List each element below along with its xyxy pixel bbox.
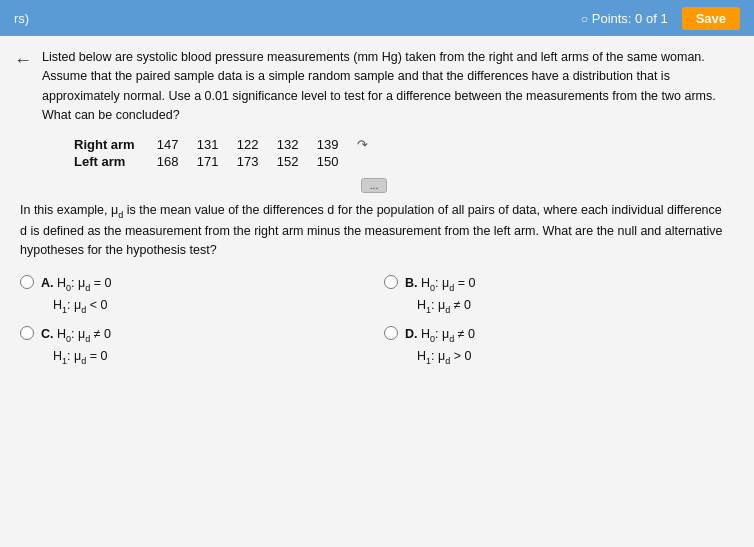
table-row-right: Right arm 147 131 122 132 139 ↷ — [74, 136, 397, 153]
question-header: ← Listed below are systolic blood pressu… — [14, 48, 734, 126]
option-d-ho: D. H0: μd ≠ 0 — [405, 324, 475, 346]
option-d-label: D. H0: μd ≠ 0 H1: μd > 0 — [405, 324, 475, 368]
left-val-5: 150 — [317, 153, 357, 170]
save-button[interactable]: Save — [682, 7, 740, 30]
points-area: ○ Points: 0 of 1 Save — [581, 7, 740, 30]
definition-text: In this example, μd is the mean value of… — [14, 201, 734, 261]
right-arm-label: Right arm — [74, 136, 157, 153]
option-a-ho: A. H0: μd = 0 — [41, 273, 111, 295]
back-arrow-icon[interactable]: ← — [14, 50, 32, 71]
option-b-ho: B. H0: μd = 0 — [405, 273, 475, 295]
right-val-3: 122 — [237, 136, 277, 153]
option-b-h1: H1: μd ≠ 0 — [417, 295, 475, 317]
option-a-h1: H1: μd < 0 — [53, 295, 111, 317]
option-c-label: C. H0: μd ≠ 0 H1: μd = 0 — [41, 324, 111, 368]
option-c-ho: C. H0: μd ≠ 0 — [41, 324, 111, 346]
option-b-radio[interactable] — [384, 275, 398, 289]
table-row-left: Left arm 168 171 173 152 150 — [74, 153, 397, 170]
divider-row: ... — [14, 178, 734, 193]
option-b-label: B. H0: μd = 0 H1: μd ≠ 0 — [405, 273, 475, 317]
rotate-icon[interactable]: ↷ — [357, 137, 368, 152]
top-bar: rs) ○ Points: 0 of 1 Save — [0, 0, 754, 36]
option-c: C. H0: μd ≠ 0 H1: μd = 0 — [20, 324, 364, 368]
question-text: Listed below are systolic blood pressure… — [42, 48, 734, 126]
option-c-radio[interactable] — [20, 326, 34, 340]
option-a: A. H0: μd = 0 H1: μd < 0 — [20, 273, 364, 317]
option-b: B. H0: μd = 0 H1: μd ≠ 0 — [384, 273, 728, 317]
option-d-h1: H1: μd > 0 — [417, 346, 475, 368]
option-d: D. H0: μd ≠ 0 H1: μd > 0 — [384, 324, 728, 368]
option-c-h1: H1: μd = 0 — [53, 346, 111, 368]
right-val-1: 147 — [157, 136, 197, 153]
expand-button[interactable]: ... — [361, 178, 387, 193]
right-val-4: 132 — [277, 136, 317, 153]
data-table: Right arm 147 131 122 132 139 ↷ Left arm… — [74, 136, 397, 170]
left-val-3: 173 — [237, 153, 277, 170]
option-a-label: A. H0: μd = 0 H1: μd < 0 — [41, 273, 111, 317]
option-d-radio[interactable] — [384, 326, 398, 340]
left-arm-label: Left arm — [74, 153, 157, 170]
left-val-2: 171 — [197, 153, 237, 170]
main-content: ← Listed below are systolic blood pressu… — [0, 36, 754, 547]
left-val-1: 168 — [157, 153, 197, 170]
option-a-radio[interactable] — [20, 275, 34, 289]
right-val-5: 139 — [317, 136, 357, 153]
options-grid: A. H0: μd = 0 H1: μd < 0 B. H0: μd = 0 H… — [14, 273, 734, 369]
right-val-2: 131 — [197, 136, 237, 153]
points-text: ○ Points: 0 of 1 — [581, 11, 668, 26]
left-val-4: 152 — [277, 153, 317, 170]
breadcrumb-label: rs) — [14, 11, 29, 26]
